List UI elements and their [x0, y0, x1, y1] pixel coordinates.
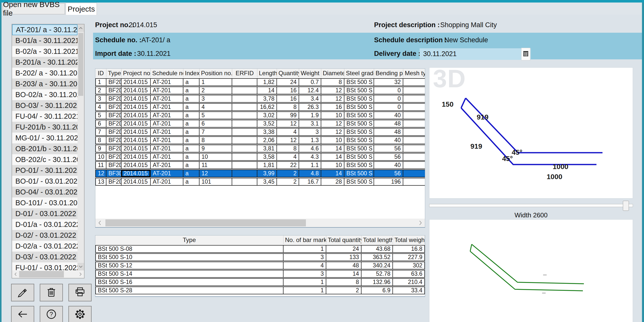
cell[interactable]: 10 — [321, 111, 344, 119]
cell[interactable]: 101 — [199, 178, 232, 186]
schedule-list-item[interactable]: FU-04/ - 30.11.2021 — [12, 111, 77, 122]
cell[interactable]: AT-201 — [151, 178, 183, 186]
cell[interactable]: 16.7 — [299, 178, 321, 186]
cell[interactable]: 4 — [284, 262, 326, 269]
cell[interactable] — [403, 120, 425, 128]
scroll-left-icon[interactable] — [13, 270, 19, 278]
cell[interactable] — [232, 136, 257, 144]
cell[interactable] — [403, 78, 425, 86]
cell[interactable]: 3 — [199, 95, 232, 103]
schedule-list-item[interactable]: AT-201/ a - 30.11.2021 — [12, 24, 77, 35]
cell[interactable]: 3 — [284, 253, 326, 261]
cell[interactable]: 2014.015 — [122, 145, 151, 152]
cell[interactable] — [232, 153, 257, 161]
cell[interactable]: BSt 500 S-14 — [95, 270, 284, 278]
cell[interactable]: 9 — [95, 145, 106, 152]
cell[interactable]: a — [183, 128, 199, 136]
cell[interactable] — [403, 103, 425, 111]
cell[interactable] — [232, 103, 257, 111]
schedule-list-item[interactable]: FU-201/b - 30.11.2021 — [12, 122, 77, 133]
cell[interactable]: 3,78 — [257, 95, 277, 103]
cell[interactable]: 12 — [321, 128, 344, 136]
schedule-list-item[interactable]: BO-04/ - 03.01.2022 — [12, 187, 77, 197]
cell[interactable]: BSt 500 S — [344, 178, 374, 186]
cell[interactable]: 12 — [199, 170, 232, 177]
schedule-list-item[interactable]: BO-101/ - 03.01.2022 — [12, 197, 77, 208]
schedule-list-item[interactable]: B-203/ a - 30.11.2021 — [12, 78, 77, 89]
cell[interactable]: a — [183, 178, 199, 186]
table-row[interactable]: BSt 500 S-12448340.24302 — [95, 262, 425, 269]
table-row[interactable]: BSt 500 S-1618132.96210.4 — [95, 278, 425, 286]
cell[interactable]: 6 — [199, 120, 232, 128]
cell[interactable]: 12.4 — [299, 87, 321, 94]
cell[interactable]: 56 — [374, 145, 403, 152]
cell[interactable]: 28 — [321, 178, 344, 186]
cell[interactable]: BSt 500 S — [344, 78, 374, 86]
schedule-list-horizontal-scrollbar[interactable] — [12, 270, 84, 278]
cell[interactable]: 340.24 — [361, 262, 393, 269]
cell[interactable]: 5 — [95, 111, 106, 119]
cell[interactable]: 4.3 — [299, 153, 321, 161]
cell[interactable]: 3.1 — [299, 120, 321, 128]
cell[interactable] — [403, 153, 425, 161]
cell[interactable]: 1 — [284, 278, 326, 286]
cell[interactable]: 7 — [95, 128, 106, 136]
schedule-list-item[interactable]: D-02/ - 03.01.2022 — [12, 230, 77, 241]
cell[interactable]: AT-201 — [151, 111, 183, 119]
cell[interactable] — [403, 145, 425, 152]
cell[interactable]: 0.7 — [299, 78, 321, 86]
cell[interactable]: 3,81 — [257, 145, 277, 152]
cell[interactable]: a — [183, 111, 199, 119]
cell[interactable]: 3,45 — [257, 178, 277, 186]
cell[interactable]: 13 — [95, 178, 106, 186]
cell[interactable]: 4 — [277, 128, 299, 136]
cell[interactable]: 2014.015 — [122, 111, 151, 119]
cell[interactable]: 33.4 — [393, 287, 425, 294]
scroll-right-icon[interactable] — [77, 270, 84, 278]
cell[interactable]: 2014.015 — [122, 161, 151, 169]
cell[interactable]: BSt 500 S-08 — [95, 245, 284, 253]
cell[interactable]: BF2D — [106, 145, 122, 152]
cell[interactable]: 12 — [277, 136, 299, 144]
cell[interactable]: AT-201 — [151, 95, 183, 103]
cell[interactable]: 3.4 — [299, 95, 321, 103]
cell[interactable]: a — [183, 120, 199, 128]
schedule-list-item[interactable]: BO-01/ - 03.01.2022 — [12, 176, 77, 187]
table-row[interactable]: 11BF2D2014.015AT-201a111,81221.110BSt 50… — [95, 161, 425, 169]
cell[interactable]: 40 — [374, 111, 403, 119]
cell[interactable]: BF2D — [106, 178, 122, 186]
cell[interactable]: 8 — [277, 145, 299, 152]
cell[interactable]: BSt 500 S — [344, 153, 374, 161]
cell[interactable]: a — [183, 161, 199, 169]
cell[interactable]: 2 — [277, 178, 299, 186]
scroll-down-icon[interactable] — [77, 263, 84, 270]
cell[interactable]: 14 — [321, 170, 344, 177]
cell[interactable]: 99 — [277, 111, 299, 119]
cell[interactable]: 40 — [374, 161, 403, 169]
cell[interactable]: 8 — [95, 136, 106, 144]
cell[interactable]: 2014.015 — [122, 170, 151, 177]
help-button[interactable]: ? — [40, 306, 63, 322]
cell[interactable]: BF2D — [106, 161, 122, 169]
table-row[interactable]: BSt 500 S-0812443.6816.8 — [95, 245, 425, 253]
cell[interactable]: 1.3 — [299, 136, 321, 144]
cell[interactable]: 1 — [284, 287, 326, 294]
scroll-right-icon[interactable] — [417, 219, 424, 227]
cell[interactable]: AT-201 — [151, 103, 183, 111]
cell[interactable]: BF2D — [106, 153, 122, 161]
cell[interactable]: 48 — [326, 262, 361, 269]
cell[interactable]: 6.9 — [361, 287, 393, 294]
cell[interactable] — [403, 111, 425, 119]
cell[interactable]: BSt 500 S — [344, 103, 374, 111]
cell[interactable]: 1,82 — [257, 78, 277, 86]
cell[interactable]: BSt 500 S — [344, 95, 374, 103]
cell[interactable]: 2 — [95, 87, 106, 94]
cell[interactable]: a — [183, 153, 199, 161]
cell[interactable] — [403, 161, 425, 169]
table-row[interactable]: 8BF2D2014.015AT-201a82,06121.310BSt 500 … — [95, 136, 425, 144]
cell[interactable]: 133 — [326, 253, 361, 261]
cell[interactable]: 52.78 — [361, 270, 393, 278]
cell[interactable]: 16 — [277, 95, 299, 103]
cell[interactable] — [232, 87, 257, 94]
cell[interactable]: BF2D — [106, 95, 122, 103]
